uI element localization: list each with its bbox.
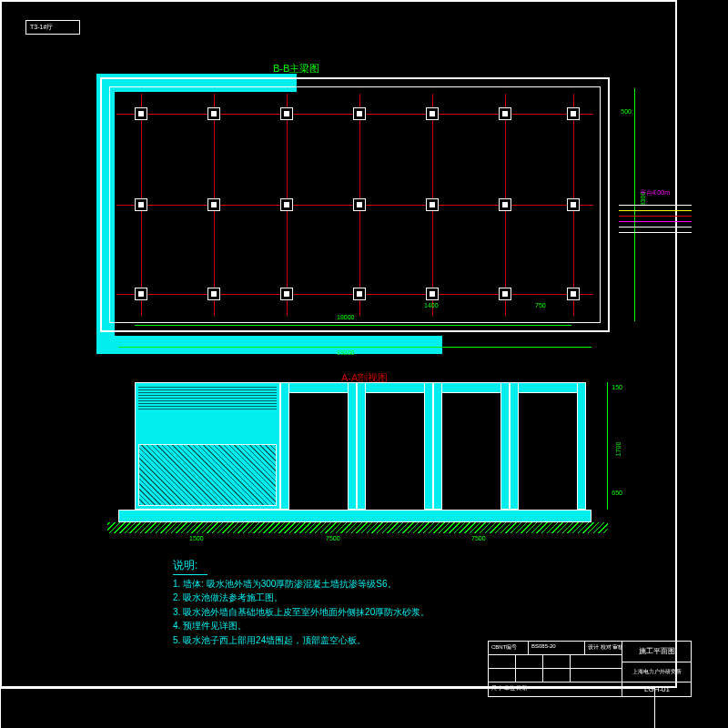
dim-overall-width: 19200 [337, 349, 354, 356]
section-bay [357, 382, 433, 510]
tank-water-hatch [138, 444, 277, 506]
dim-short2: 750 [535, 302, 546, 308]
column-marker [567, 198, 580, 211]
corner-reference-tab: T3-1#厅 [25, 20, 80, 35]
tank-top-hatch [138, 386, 277, 410]
column-marker [135, 107, 147, 120]
project-name: 上海电力户外研究所 [622, 662, 692, 683]
notes-block: 说明: 1. 墙体: 吸水池外墙为300厚防渗混凝土墙抗渗等级S6。 2. 吸水… [173, 557, 430, 647]
column-marker [353, 107, 366, 120]
note-item: 2. 吸水池做法参考施工图。 [173, 591, 430, 605]
section-view: 150 1700 650 1500 7500 7500 [135, 382, 586, 537]
tb-label: 设计 校对 审核 批准 [585, 642, 622, 654]
notes-heading: 说明: [173, 557, 430, 575]
column-marker [567, 107, 580, 120]
platform-mark: 平台4.00m [640, 188, 670, 197]
column-marker [135, 288, 147, 300]
section-bay [433, 382, 510, 510]
column-marker [207, 288, 220, 300]
column-marker [353, 288, 366, 300]
column-marker [499, 288, 511, 300]
plan-view: 19200 18000 1400 750 8300 500 平台4.00m [100, 77, 610, 350]
section-dim-h1: 150 [612, 384, 622, 390]
column-marker [426, 288, 439, 300]
dim-line-overall [118, 347, 592, 348]
section-dim-h3: 650 [612, 490, 622, 496]
dim-bay-spacing: 18000 [337, 314, 354, 320]
note-item: 3. 吸水池外墙自基础地板上皮至室外地面外侧抹20厚防水砂浆。 [173, 605, 430, 620]
section-dim-b1: 1500 [189, 535, 204, 541]
column-marker [499, 107, 511, 120]
drawing-title: 施工平面图 [622, 642, 692, 662]
tb-label: CBNT编号 [489, 642, 529, 654]
dim-col: 500 [621, 108, 632, 115]
ground-hatch [107, 522, 608, 533]
section-dim-b2: 7500 [326, 535, 340, 541]
section-dim-h2: 1700 [616, 442, 622, 457]
dim-short1: 1400 [424, 302, 439, 308]
title-block: CBNT编号BS085-20设计 校对 审核 批准 尺寸 单位 日期 施工平面图… [488, 641, 692, 697]
plan-wall-fill-bottom [96, 336, 442, 354]
section-dim-line-v [607, 382, 608, 510]
section-dim-b3: 7500 [471, 535, 486, 541]
dim-line-bay [135, 325, 571, 326]
column-marker [207, 198, 220, 211]
tb-footer-labels: 尺寸 单位 日期 [489, 682, 622, 696]
column-marker [567, 288, 580, 300]
column-marker [353, 198, 366, 211]
column-marker [499, 198, 511, 211]
note-item: 4. 预埋件见详图。 [173, 619, 430, 633]
column-marker [135, 198, 147, 211]
note-item: 1. 墙体: 吸水池外墙为300厚防渗混凝土墙抗渗等级S6。 [173, 577, 430, 592]
base-slab [118, 510, 592, 522]
extension-lines [619, 205, 692, 238]
note-item: 5. 吸水池子西上部用24墙围起，顶部盖空心板。 [173, 633, 430, 648]
column-marker [280, 107, 293, 120]
section-bay [510, 382, 586, 510]
column-marker [280, 288, 293, 300]
tb-val: BS085-20 [529, 642, 585, 654]
column-marker [426, 107, 439, 120]
column-marker [207, 107, 220, 120]
sheet-number: LGH-01 [622, 682, 692, 696]
column-marker [280, 198, 293, 211]
column-marker [426, 198, 439, 211]
section-bay [280, 382, 357, 510]
